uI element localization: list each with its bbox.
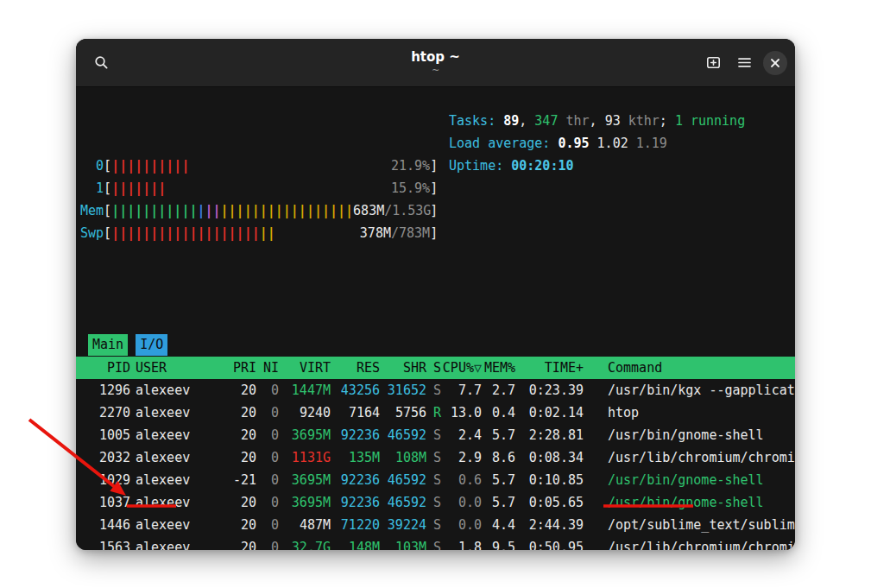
process-row[interactable]: 1029alexeev-2103695M9223646592S0.65.70:1… (76, 469, 795, 491)
column-header-pri[interactable]: PRI (225, 357, 256, 379)
meter-value: 683M/1.53G (353, 199, 431, 222)
menu-button[interactable] (729, 48, 759, 78)
text-segment: running (683, 113, 745, 129)
sort-indicator-icon: ▽ (474, 360, 482, 376)
text-segment: Load average: (449, 136, 558, 151)
cell-cpu: 2.9 (441, 446, 482, 469)
text-segment: 0.95 (558, 136, 596, 151)
column-header-shr[interactable]: SHR (380, 357, 426, 379)
column-header-mem[interactable]: MEM% (482, 357, 515, 379)
cell-pid: 1296 (80, 379, 130, 401)
cell-mem: 5.7 (482, 424, 515, 446)
column-header-cmd[interactable]: Command (584, 357, 795, 379)
cell-virt: 1131G (279, 446, 331, 469)
cell-cpu: 0.0 (441, 514, 482, 536)
process-row[interactable]: 2032alexeev2001131G135M108MS2.98.60:08.3… (76, 446, 795, 469)
meter-value-part: 683M (353, 203, 384, 218)
process-row[interactable]: 2270alexeev200924071645756R13.00.40:02.1… (76, 401, 795, 424)
process-table-header: PIDUSERPRINIVIRTRESSHRSCPU%▽MEM%TIME+Com… (76, 357, 795, 379)
cell-s: S (426, 379, 441, 401)
cell-virt: 3695M (279, 469, 331, 491)
cell-user: alexeev (130, 469, 225, 491)
meter-bars: ||||||||||||||||||||| (111, 222, 275, 244)
process-row[interactable]: 1005alexeev2003695M9223646592S2.45.72:28… (76, 424, 795, 446)
cell-cpu: 2.4 (441, 424, 482, 446)
cell-res: 135M (331, 446, 380, 469)
cell-mem: 4.4 (482, 514, 515, 536)
new-tab-button[interactable] (698, 48, 728, 78)
cell-pid: 2032 (80, 446, 130, 469)
meter-label: Swp (80, 225, 104, 241)
cell-time: 0:50.95 (515, 536, 584, 550)
cell-virt: 32.7G (279, 536, 331, 550)
column-header-ni[interactable]: NI (256, 357, 279, 379)
text-segment: , (590, 113, 605, 129)
meter-value-part: 21.9% (391, 158, 430, 174)
cell-pri: 20 (225, 536, 256, 550)
swap-meter: Swp[|||||||||||||||||||||378M/783M] (80, 222, 781, 244)
meter-bars: |||||||||| (111, 155, 189, 177)
column-header-time[interactable]: TIME+ (515, 357, 584, 379)
cell-user: alexeev (130, 514, 225, 536)
meter-track: |||||||||||||||||||||||||||||||683M/1.53… (111, 199, 430, 222)
cell-cpu: 13.0 (441, 401, 482, 424)
cell-mem: 0.4 (482, 401, 515, 424)
cell-shr: 108M (380, 446, 426, 469)
cell-cmd: /opt/sublime_text/sublim (584, 514, 795, 536)
column-header-res[interactable]: RES (331, 357, 380, 379)
cell-pri: 20 (225, 491, 256, 514)
cell-virt: 3695M (279, 424, 331, 446)
cell-ni: 0 (256, 379, 279, 401)
process-row[interactable]: 1296alexeev2001447M4325631652S7.72.70:23… (76, 379, 795, 401)
cell-cmd: /usr/bin/gnome-shell (584, 491, 795, 514)
cell-pid: 1029 (80, 469, 130, 491)
cell-user: alexeev (130, 424, 225, 446)
memory-meter: Mem[|||||||||||||||||||||||||||||||683M/… (80, 199, 781, 222)
meter-track: ||||||||||21.9% (111, 155, 430, 177)
column-header-virt[interactable]: VIRT (279, 357, 331, 379)
search-button[interactable] (86, 48, 116, 78)
cell-shr: 5756 (380, 401, 426, 424)
tab-io[interactable]: I/O (136, 334, 167, 356)
cell-time: 0:05.65 (515, 491, 584, 514)
cell-mem: 8.6 (482, 446, 515, 469)
cell-s: S (426, 536, 441, 550)
column-header-cpu[interactable]: CPU%▽ (441, 357, 482, 379)
process-row[interactable]: 1563alexeev20032.7G148M103MS1.89.50:50.9… (76, 536, 795, 550)
cell-cmd: htop (584, 401, 795, 424)
cell-mem: 5.7 (482, 469, 515, 491)
meter-label: Mem (80, 203, 104, 218)
column-header-s[interactable]: S (426, 357, 441, 379)
cell-virt: 487M (279, 514, 331, 536)
cell-virt: 1447M (279, 379, 331, 401)
window-title: htop ~ (411, 49, 460, 64)
cell-pri: -21 (225, 469, 256, 491)
meter-bar-segment: ||||||| (111, 180, 166, 196)
tab-main[interactable]: Main (88, 334, 128, 356)
load-line: Load average: 0.95 1.02 1.19 (449, 132, 745, 155)
meter-bars: ||||||| (111, 177, 166, 199)
cell-shr: 46592 (380, 491, 426, 514)
process-row[interactable]: 1037alexeev2003695M9223646592S0.05.70:05… (76, 491, 795, 514)
meter-value-part: /1.53G (384, 203, 431, 218)
meter-close-bracket: ] (430, 225, 438, 241)
close-button[interactable] (763, 51, 787, 75)
meter-value-part: /783M (391, 225, 430, 241)
window-subtitle: ~ (411, 66, 460, 76)
meter-value: 378M/783M (360, 222, 430, 244)
cell-shr: 103M (380, 536, 426, 550)
text-segment: 347 (534, 113, 558, 129)
cell-s: S (426, 491, 441, 514)
column-header-user[interactable]: USER (130, 357, 225, 379)
meter-bar-segment: |||||||||| (111, 158, 189, 174)
cell-time: 2:44.39 (515, 514, 584, 536)
new-tab-icon (706, 55, 721, 70)
cell-mem: 9.5 (482, 536, 515, 550)
meter-track: |||||||||||||||||||||378M/783M (111, 222, 430, 244)
meter-close-bracket: ] (430, 158, 438, 174)
column-header-pid[interactable]: PID (80, 357, 130, 379)
meter-label: 1 (80, 180, 104, 196)
process-row[interactable]: 1446alexeev200487M7122039224S0.04.42:44.… (76, 514, 795, 536)
headerbar-controls (698, 48, 790, 78)
meter-bar-segment: | (197, 203, 205, 218)
